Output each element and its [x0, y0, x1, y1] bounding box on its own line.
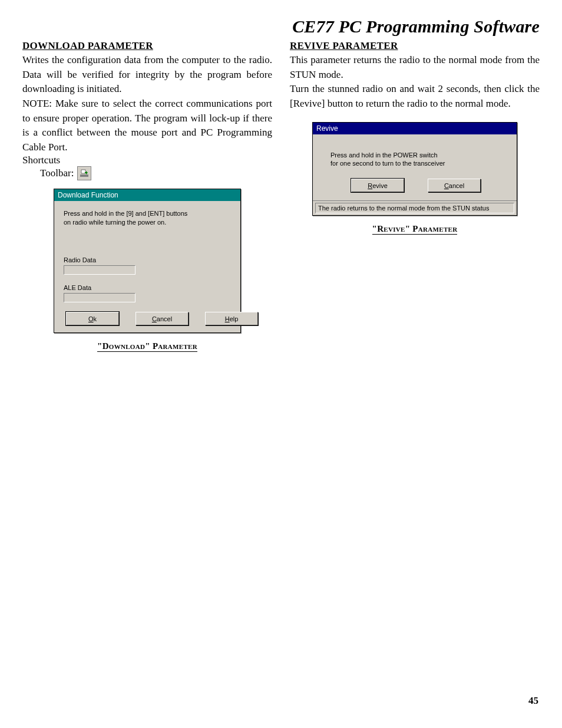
download-dialog: Download Function Press and hold in the … — [54, 189, 241, 333]
revive-instruction-line1: Press and hold in the POWER switch — [330, 151, 499, 160]
shortcuts-label: Shortcuts — [22, 154, 272, 166]
help-button-rest: elp — [230, 315, 239, 322]
revive-button[interactable]: Revive — [351, 179, 404, 192]
cancel-button[interactable]: Cancel — [135, 312, 189, 325]
page-number: 45 — [528, 695, 538, 707]
radio-data-label: Radio Data — [64, 256, 231, 263]
page-title: CE77 PC Programming Software — [22, 17, 540, 37]
revive-para2: Turn the stunned radio on and wait 2 sec… — [290, 82, 540, 111]
cancel-button-rest: ancel — [157, 315, 172, 322]
revive-dialog: Revive Press and hold in the POWER switc… — [312, 122, 517, 216]
revive-cancel-button[interactable]: Cancel — [428, 179, 481, 192]
radio-data-progress — [64, 265, 135, 275]
download-para2: NOTE: Make sure to select the correct co… — [22, 97, 272, 155]
ale-data-progress — [64, 293, 135, 302]
revive-caption: "Revive" Parameter — [372, 224, 458, 235]
revive-cancel-button-rest: ancel — [449, 182, 464, 189]
svg-rect-0 — [80, 174, 88, 177]
svg-rect-1 — [81, 170, 85, 173]
svg-rect-2 — [85, 172, 87, 173]
revive-dialog-titlebar: Revive — [313, 123, 517, 134]
revive-button-rest: evive — [372, 182, 388, 189]
download-instruction-line1: Press and hold in the [9] and [ENT] butt… — [64, 209, 231, 218]
revive-heading: REVIVE PARAMETER — [290, 40, 540, 52]
download-toolbar-icon — [77, 166, 91, 180]
help-button[interactable]: Help — [205, 312, 258, 325]
download-dialog-titlebar: Download Function — [54, 189, 240, 201]
toolbar-label: Toolbar: — [40, 167, 74, 179]
left-column: DOWNLOAD PARAMETER Writes the configurat… — [22, 40, 272, 352]
download-heading: DOWNLOAD PARAMETER — [22, 40, 272, 52]
download-instruction-line2: on radio while turning the power on. — [64, 218, 231, 227]
download-caption: "Download" Parameter — [97, 341, 197, 352]
download-para1: Writes the configuration data from the c… — [22, 53, 272, 97]
revive-instruction-line2: for one second to turn to the transceive… — [330, 159, 499, 168]
ok-button-rest: k — [94, 315, 97, 322]
revive-para1: This parameter returns the radio to the … — [290, 53, 540, 82]
ok-button[interactable]: Ok — [66, 312, 119, 325]
ale-data-label: ALE Data — [64, 284, 231, 291]
right-column: REVIVE PARAMETER This parameter returns … — [290, 40, 540, 352]
revive-statusbar: The radio returns to the normal mode fro… — [315, 203, 514, 213]
